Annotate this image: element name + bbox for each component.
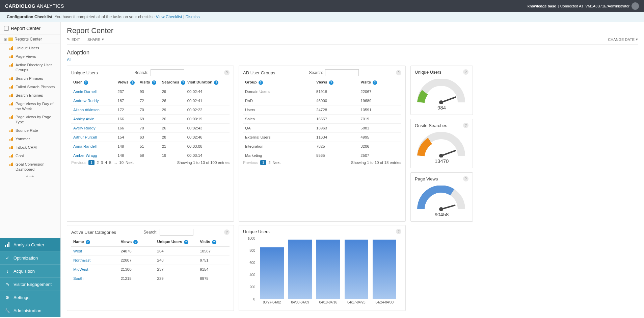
info-icon[interactable]: ?: [214, 80, 218, 85]
chart-icon: [9, 102, 14, 105]
chevron-down-icon: ▾: [102, 37, 104, 42]
help-icon[interactable]: ?: [396, 229, 401, 234]
page-number[interactable]: 4: [105, 161, 107, 165]
pager: Previous12Next: [243, 160, 280, 165]
tree-item[interactable]: Goal Conversion Dashboard: [9, 160, 60, 174]
showing-text: Showing 1 to 10 of 100 entries: [177, 161, 230, 165]
connected-user: VM1A3B71E/Administrator: [585, 4, 629, 8]
nav-item-settings[interactable]: ⚙Settings: [0, 291, 60, 304]
help-icon[interactable]: ?: [224, 229, 230, 235]
pager: Previous12345…10Next: [71, 160, 134, 165]
help-icon[interactable]: ?: [463, 176, 468, 181]
svg-line-8: [441, 205, 455, 209]
page-number[interactable]: 10: [119, 161, 124, 165]
chart-icon: [9, 154, 14, 157]
settings-icon: ⚙: [5, 295, 10, 300]
search-input[interactable]: [160, 229, 193, 236]
knowledge-base-link[interactable]: knowledge base: [528, 4, 556, 8]
tree-item[interactable]: Search Phrases: [9, 74, 60, 83]
table-row: QA139635881: [243, 123, 401, 132]
svg-rect-0: [5, 245, 6, 247]
chart-icon: [9, 146, 14, 149]
help-icon[interactable]: ?: [396, 70, 401, 75]
svg-line-4: [441, 97, 456, 102]
nav-item-analysis-center[interactable]: Analysis Center: [0, 238, 60, 251]
help-icon[interactable]: ?: [463, 123, 468, 128]
next-button[interactable]: Next: [273, 161, 281, 165]
page-number[interactable]: 1: [88, 160, 95, 165]
info-icon[interactable]: ?: [329, 80, 333, 85]
topbar: CARDIOLOG ANALYTICS knowledge base | Con…: [0, 0, 644, 12]
help-icon[interactable]: ?: [224, 70, 230, 75]
page-number[interactable]: 2: [97, 161, 99, 165]
sidebar-divider[interactable]: ◂ — ▸: [0, 174, 60, 178]
panel-title: AD User Groups: [243, 70, 275, 75]
info-icon[interactable]: ?: [130, 80, 135, 85]
tree-item[interactable]: Intlock CRM: [9, 143, 60, 152]
categories-table: Name ?Views ?Unique Users ?Visits ?West2…: [71, 238, 230, 283]
table-row: Domain Users5191822067: [243, 87, 401, 96]
panel-ad-user-groups: AD User Groups Search: ? Group ?Views ?V…: [239, 66, 406, 222]
search-box: Search:: [309, 69, 359, 76]
info-icon[interactable]: ?: [373, 80, 377, 85]
tree-item[interactable]: Active Directory User Groups: [9, 61, 60, 74]
info-icon[interactable]: ?: [259, 80, 263, 85]
table-row: Avery Ruddy166702600:02:43: [71, 123, 230, 132]
expand-icon[interactable]: ▣: [4, 38, 7, 41]
panel-gauge-page-views: Page Views? 90458: [410, 172, 473, 222]
info-icon[interactable]: ?: [84, 80, 88, 85]
tree-item[interactable]: Yammer: [9, 135, 60, 143]
next-button[interactable]: Next: [126, 161, 134, 165]
change-date-button[interactable]: CHANGE DATE ▾: [608, 37, 638, 42]
help-icon[interactable]: ?: [463, 69, 468, 75]
info-icon[interactable]: ?: [133, 240, 138, 244]
tree-item[interactable]: Search Engines: [9, 91, 60, 100]
filter-all-link[interactable]: All: [67, 57, 638, 62]
dismiss-link[interactable]: Dismiss: [185, 15, 199, 19]
tree-item[interactable]: Page Views by Page Type: [9, 113, 60, 126]
tree-item[interactable]: Unique Users: [9, 44, 60, 52]
tree-root[interactable]: ▣ Reports Center: [0, 35, 60, 44]
prev-button[interactable]: Previous: [243, 161, 258, 165]
page-number[interactable]: …: [113, 161, 117, 165]
optimization-icon: ✓: [5, 255, 10, 261]
tree-item[interactable]: Goal: [9, 152, 60, 160]
page-number[interactable]: 2: [268, 161, 270, 165]
search-input[interactable]: [325, 69, 359, 76]
search-input[interactable]: [151, 69, 184, 76]
nav-item-optimization[interactable]: ✓Optimization: [0, 251, 60, 265]
nav-item-acquisition[interactable]: ↓Acquisition: [0, 265, 60, 278]
info-icon[interactable]: ?: [181, 80, 185, 85]
info-icon[interactable]: ?: [86, 240, 90, 244]
page-number[interactable]: 1: [260, 160, 266, 165]
edit-button[interactable]: ✎ EDIT: [67, 37, 80, 42]
table-row: South212152298975: [71, 274, 230, 283]
avatar[interactable]: [632, 2, 639, 10]
gauge: 984: [415, 77, 468, 111]
info-icon[interactable]: ?: [212, 240, 216, 244]
table-row: Annie Darnell237932900:02:44: [71, 87, 230, 96]
prev-button[interactable]: Previous: [71, 161, 86, 165]
chart-icon: [9, 46, 14, 50]
brand-light: ANALYTICS: [35, 3, 64, 9]
chart-icon: [9, 94, 14, 97]
ad-groups-table: Group ?Views ?Visits ?Domain Users519182…: [243, 78, 401, 157]
tree-item[interactable]: Bounce Rate: [9, 126, 60, 135]
table-row: RnD4600019689: [243, 96, 401, 105]
page-number[interactable]: 3: [101, 161, 103, 165]
info-icon[interactable]: ?: [152, 80, 156, 85]
report-icon: [4, 26, 9, 31]
page-number[interactable]: 5: [109, 161, 111, 165]
tree-item[interactable]: Page Views by Day of the Week: [9, 100, 60, 113]
nav-item-administration[interactable]: 🔧Administration: [0, 304, 60, 317]
visitor-engagement-icon: ✎: [5, 282, 10, 287]
share-button[interactable]: SHARE ▾: [87, 37, 104, 42]
view-checklist-link[interactable]: View Checklist: [156, 15, 182, 19]
nav-item-visitor-engagement[interactable]: ✎Visitor Engagement: [0, 278, 60, 291]
tree-item[interactable]: Page Views: [9, 52, 60, 61]
chart-icon: [9, 129, 14, 132]
page-title: Report Center: [67, 26, 638, 35]
tree-item[interactable]: Failed Search Phrases: [9, 83, 60, 91]
chart-icon: [9, 115, 14, 119]
info-icon[interactable]: ?: [184, 240, 188, 244]
